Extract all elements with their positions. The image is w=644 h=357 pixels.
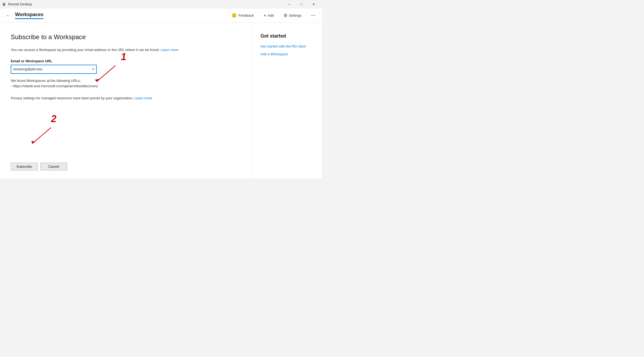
header-title: Workspaces	[15, 12, 44, 18]
header-right: 🙂 Feedback + Add ⚙ Settings ···	[229, 12, 318, 19]
header-bar: ← Workspaces 🙂 Feedback + Add ⚙ Settings…	[0, 9, 322, 23]
add-button[interactable]: + Add	[261, 12, 276, 19]
svg-line-4	[32, 128, 51, 144]
title-bar-title: Remote Desktop	[8, 2, 32, 6]
input-wrap: ✕	[11, 65, 97, 74]
bottom-buttons: Subscribe Cancel	[11, 163, 67, 170]
description: You can access a Workspace by providing …	[11, 47, 241, 53]
settings-icon: ⚙	[284, 13, 287, 18]
settings-button[interactable]: ⚙ Settings	[281, 12, 304, 19]
add-label: Add	[268, 13, 274, 17]
content-left: Subscribe to a Workspace You can access …	[0, 23, 252, 178]
title-bar-left: 🖥 Remote Desktop	[2, 2, 32, 6]
found-text-line1: We found Workspaces at the following URL…	[11, 78, 241, 84]
header-left: ← Workspaces	[4, 12, 44, 19]
get-started-title: Get started	[261, 33, 314, 39]
svg-marker-5	[31, 141, 35, 144]
svg-text:2: 2	[51, 113, 56, 124]
cancel-button[interactable]: Cancel	[40, 163, 67, 170]
add-workspace-link[interactable]: Add a Workspace	[261, 52, 314, 56]
found-text: We found Workspaces at the following URL…	[11, 78, 241, 89]
back-button[interactable]: ←	[4, 12, 12, 19]
maximize-button[interactable]: □	[295, 0, 307, 9]
feedback-label: Feedback	[238, 13, 254, 17]
minimize-button[interactable]: ─	[283, 0, 295, 9]
description-link[interactable]: Learn more	[161, 48, 178, 52]
header-title-wrap: Workspaces	[15, 12, 44, 19]
add-icon: +	[263, 13, 266, 18]
get-started-link[interactable]: Get started with the RD client	[261, 44, 314, 48]
found-text-line2: - https://rdweb.wvd.microsoft.com/api/ar…	[11, 83, 241, 89]
privacy-text: Privacy settings for managed resources h…	[11, 96, 241, 101]
description-text: You can access a Workspace by providing …	[11, 48, 160, 52]
settings-label: Settings	[289, 13, 302, 17]
close-button[interactable]: ✕	[307, 0, 320, 9]
feedback-button[interactable]: 🙂 Feedback	[229, 12, 256, 19]
email-input[interactable]	[11, 65, 97, 74]
clear-button[interactable]: ✕	[91, 67, 95, 71]
feedback-icon: 🙂	[231, 13, 237, 18]
content-right: Get started Get started with the RD clie…	[252, 23, 322, 178]
annotation-2-arrow: 2	[16, 117, 75, 152]
privacy-link[interactable]: Learn more	[134, 96, 152, 100]
main-content: Subscribe to a Workspace You can access …	[0, 23, 322, 178]
field-label: Email or Workspace URL	[11, 59, 241, 63]
more-button[interactable]: ···	[309, 12, 318, 19]
title-bar-controls: ─ □ ✕	[283, 0, 320, 9]
page-title: Subscribe to a Workspace	[11, 33, 241, 41]
subscribe-button[interactable]: Subscribe	[11, 163, 38, 170]
privacy-text-content: Privacy settings for managed resources h…	[11, 96, 133, 100]
header-underline	[15, 18, 44, 19]
title-bar: 🖥 Remote Desktop ─ □ ✕	[0, 0, 322, 9]
app-icon: 🖥	[2, 2, 6, 6]
